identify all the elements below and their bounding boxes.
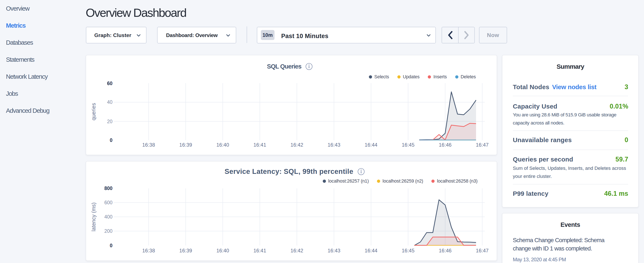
svg-text:200: 200 [104, 228, 112, 234]
svg-text:16:40: 16:40 [216, 248, 229, 253]
svg-text:16:47: 16:47 [476, 142, 488, 148]
svg-text:40: 40 [107, 99, 112, 105]
svg-text:queries: queries [90, 103, 96, 120]
svg-text:16:46: 16:46 [439, 248, 452, 253]
svg-text:16:40: 16:40 [216, 142, 229, 148]
svg-text:60: 60 [107, 81, 112, 86]
svg-text:16:43: 16:43 [328, 248, 340, 253]
svg-text:16:44: 16:44 [365, 142, 378, 148]
svg-text:16:38: 16:38 [142, 248, 155, 253]
svg-text:16:43: 16:43 [328, 142, 340, 148]
svg-text:16:39: 16:39 [179, 142, 192, 148]
svg-text:16:45: 16:45 [402, 248, 414, 253]
svg-text:600: 600 [104, 200, 112, 205]
svg-text:16:47: 16:47 [476, 248, 488, 253]
svg-text:16:42: 16:42 [290, 248, 303, 253]
svg-text:16:39: 16:39 [179, 248, 192, 253]
svg-text:16:46: 16:46 [439, 142, 452, 148]
svg-text:0: 0 [110, 137, 112, 143]
svg-text:400: 400 [104, 214, 112, 220]
svg-text:16:45: 16:45 [402, 142, 414, 148]
svg-text:16:41: 16:41 [254, 142, 266, 148]
svg-text:16:44: 16:44 [365, 248, 378, 253]
svg-text:20: 20 [107, 119, 112, 124]
svg-text:0: 0 [110, 243, 112, 248]
svg-text:16:42: 16:42 [290, 142, 303, 148]
svg-text:800: 800 [104, 185, 112, 191]
svg-text:16:38: 16:38 [142, 142, 155, 148]
svg-text:16:41: 16:41 [254, 248, 266, 253]
svg-text:latency (ms): latency (ms) [90, 202, 96, 231]
